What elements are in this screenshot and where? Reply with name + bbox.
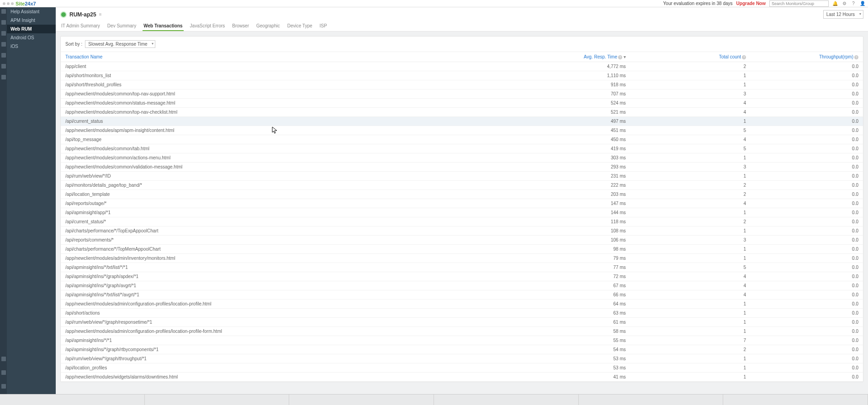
table-row[interactable]: /api/location_profiles53 ms10.0: [61, 363, 863, 373]
nav-icon[interactable]: [1, 384, 6, 389]
transaction-name-cell: /app/newclient/modules/common/top-nav-ch…: [61, 108, 510, 117]
nav-icon[interactable]: [1, 31, 6, 36]
sidebar-item[interactable]: Web RUM: [7, 25, 56, 33]
help-icon[interactable]: ?: [618, 55, 622, 59]
table-row[interactable]: /api/short/actions63 ms10.0: [61, 309, 863, 318]
gear-icon[interactable]: ⚙: [842, 1, 847, 6]
value-cell: 1: [630, 80, 751, 89]
tab[interactable]: IT Admin Summary: [60, 21, 101, 31]
table-row[interactable]: /app/newclient/modules/common/top-nav-su…: [61, 89, 863, 99]
table-row[interactable]: /api/apminsight/ins/*/*155 ms70.0: [61, 336, 863, 345]
table-row[interactable]: /api/current_status497 ms10.0: [61, 117, 863, 126]
table-row[interactable]: /api/apminsight/ins/*/graph/rtbycomponen…: [61, 345, 863, 354]
table-row[interactable]: /api/charts/performance/*/TopMemAppoolCh…: [61, 245, 863, 254]
table-row[interactable]: /api/reports/outage/*147 ms40.0: [61, 199, 863, 208]
table-row[interactable]: /api/apminsight/app/*1144 ms10.0: [61, 208, 863, 217]
nav-icon[interactable]: [1, 370, 6, 375]
table-row[interactable]: /app/newclient/modules/admin/inventory/m…: [61, 254, 863, 263]
nav-icon[interactable]: [1, 9, 6, 14]
sort-arrow-icon: ▾: [622, 54, 626, 59]
user-avatar-icon[interactable]: 👤: [860, 1, 865, 6]
table-row[interactable]: /app/client4,772 ms20.0: [61, 62, 863, 71]
value-cell: 4: [630, 135, 751, 144]
table-row[interactable]: /api/rum/web/view/*/ID231 ms10.0: [61, 172, 863, 181]
table-row[interactable]: /app/newclient/modules/common/status-mes…: [61, 99, 863, 108]
search-input[interactable]: Search Monitors/Group: [769, 0, 829, 7]
table-row[interactable]: /app/newclient/modules/apm/apm-insight/c…: [61, 126, 863, 135]
table-row[interactable]: /api/reports/comments/*106 ms30.0: [61, 236, 863, 245]
nav-icon[interactable]: [1, 64, 6, 68]
table-row[interactable]: /api/apminsight/ins/*/graph/apdex/*172 m…: [61, 272, 863, 281]
sidebar-item[interactable]: APM Insight: [7, 16, 56, 25]
tab[interactable]: JavaScript Errors: [189, 21, 226, 31]
value-cell: 1: [630, 153, 751, 163]
value-cell: 0.0: [751, 89, 863, 99]
tab[interactable]: Browser: [231, 21, 250, 31]
table-row[interactable]: /app/newclient/modules/admin/configurati…: [61, 300, 863, 309]
help-icon[interactable]: ?: [854, 55, 858, 59]
tab[interactable]: Dev Summary: [106, 21, 137, 31]
table-row[interactable]: /api/short/threshold_profiles918 ms10.0: [61, 80, 863, 89]
value-cell: 108 ms: [510, 226, 630, 236]
bell-icon[interactable]: 🔔: [832, 1, 838, 6]
logo[interactable]: Site24x7: [16, 1, 36, 6]
value-cell: 0.0: [751, 345, 863, 354]
nav-icon[interactable]: [1, 42, 6, 47]
table-row[interactable]: /api/current_status/*118 ms20.0: [61, 217, 863, 226]
value-cell: 0.0: [751, 208, 863, 217]
transaction-name-cell: /api/monitors/details_page/top_band/*: [61, 181, 510, 190]
table-row[interactable]: /api/location_template203 ms20.0: [61, 190, 863, 199]
table-row[interactable]: /api/monitors/details_page/top_band/*222…: [61, 181, 863, 190]
table-row[interactable]: /api/short/monitors_list1,110 ms10.0: [61, 71, 863, 80]
nav-icon[interactable]: [1, 75, 6, 79]
column-header[interactable]: Throughput(rpm)?: [751, 52, 863, 62]
transaction-name-cell: /api/reports/comments/*: [61, 236, 510, 245]
table-row[interactable]: /api/top_message450 ms40.0: [61, 135, 863, 144]
column-header[interactable]: Total count?: [630, 52, 751, 62]
logo-part1: Site: [16, 1, 25, 6]
table-row[interactable]: /api/rum/web/view/*/graph/throughput/*15…: [61, 354, 863, 363]
value-cell: 41 ms: [510, 373, 630, 382]
value-cell: 231 ms: [510, 172, 630, 181]
tab[interactable]: Web Transactions: [143, 21, 183, 31]
taskbar[interactable]: [0, 394, 868, 405]
column-header[interactable]: Transaction Name: [61, 52, 510, 62]
nav-icon[interactable]: [1, 357, 6, 361]
time-range-select[interactable]: Last 12 Hours: [823, 10, 863, 19]
transaction-name-cell: /api/short/monitors_list: [61, 71, 510, 80]
value-cell: 0.0: [751, 363, 863, 373]
value-cell: 0.0: [751, 153, 863, 163]
sort-select[interactable]: Slowest Avg. Response Time: [85, 40, 155, 48]
sidebar-item[interactable]: Help Assistant: [7, 7, 56, 16]
nav-icon[interactable]: [1, 53, 6, 58]
nav-icon[interactable]: [1, 20, 6, 25]
sidebar-item[interactable]: iOS: [7, 42, 56, 51]
value-cell: 118 ms: [510, 217, 630, 226]
help-icon[interactable]: ?: [851, 1, 856, 6]
tab[interactable]: ISP: [319, 21, 328, 31]
hamburger-icon[interactable]: ≡: [99, 12, 102, 17]
value-cell: 451 ms: [510, 126, 630, 135]
value-cell: 1: [630, 309, 751, 318]
table-row[interactable]: /api/apminsight/ins/*/graph/avgrt/*167 m…: [61, 281, 863, 290]
column-header[interactable]: Avg. Resp. Time? ▾: [510, 52, 630, 62]
transaction-name-cell: /api/short/threshold_profiles: [61, 80, 510, 89]
table-row[interactable]: /api/apminsight/ins/*/txt/list/*/*177 ms…: [61, 263, 863, 272]
window-controls[interactable]: [3, 2, 14, 5]
value-cell: 1: [630, 300, 751, 309]
upgrade-link[interactable]: Upgrade Now: [736, 1, 766, 6]
tab[interactable]: Device Type: [286, 21, 313, 31]
sidebar-item[interactable]: Android OS: [7, 33, 56, 42]
table-row[interactable]: /app/newclient/modules/common/validation…: [61, 163, 863, 172]
table-row[interactable]: /app/newclient/modules/widgets/alarms/do…: [61, 373, 863, 382]
table-row[interactable]: /app/newclient/modules/admin/configurati…: [61, 327, 863, 336]
table-row[interactable]: /api/charts/performance/*/TopExpAppoolCh…: [61, 226, 863, 236]
table-row[interactable]: /app/newclient/modules/common/tab.html41…: [61, 144, 863, 153]
table-row[interactable]: /app/newclient/modules/common/top-nav-ch…: [61, 108, 863, 117]
table-row[interactable]: /app/newclient/modules/common/actions-me…: [61, 153, 863, 163]
table-row[interactable]: /api/rum/web/view/*/graph/responsetime/*…: [61, 318, 863, 327]
tab[interactable]: Geographic: [255, 21, 281, 31]
table-row[interactable]: /api/apminsight/ins/*/txt/list/*/avgrt/*…: [61, 290, 863, 300]
help-icon[interactable]: ?: [742, 55, 746, 59]
value-cell: 1: [630, 254, 751, 263]
